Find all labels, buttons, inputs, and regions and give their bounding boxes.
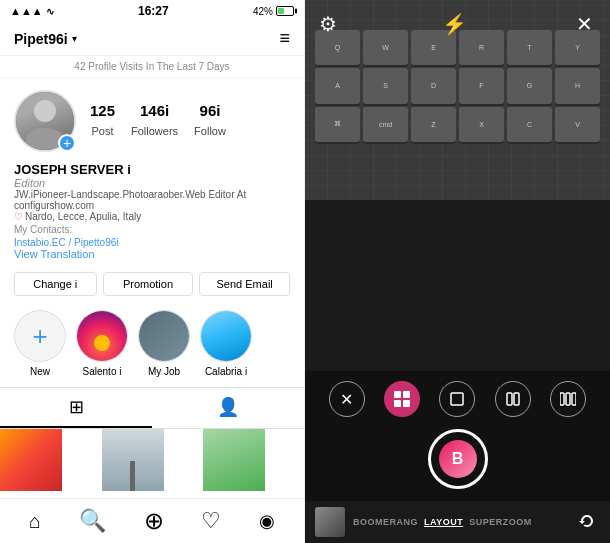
key-cap: D bbox=[411, 68, 456, 103]
avatar-wrapper[interactable]: + bbox=[14, 90, 76, 152]
tab-tagged[interactable]: 👤 bbox=[152, 388, 304, 428]
split-layout-button[interactable] bbox=[495, 381, 531, 417]
following-stat[interactable]: 96i Follow bbox=[194, 102, 226, 139]
nav-search-icon[interactable]: 🔍 bbox=[79, 508, 106, 534]
bio-description: JW.iPioneer-Landscape.Photoaraober.Web E… bbox=[14, 189, 290, 211]
battery-icon bbox=[276, 6, 294, 16]
story-circle-myjob bbox=[138, 310, 190, 362]
svg-rect-4 bbox=[451, 393, 463, 405]
key-cap: ⌘ bbox=[315, 107, 360, 142]
settings-icon[interactable]: ⚙ bbox=[319, 12, 337, 36]
location-pin-icon: ♡ bbox=[14, 211, 23, 222]
photo-image-2 bbox=[102, 429, 164, 491]
profile-bio: JOSEPH SERVER i Editon JW.iPioneer-Lands… bbox=[0, 160, 304, 266]
hamburger-menu-icon[interactable]: ≡ bbox=[279, 28, 290, 49]
camera-top-bar: ⚙ ⚡ ✕ bbox=[305, 0, 610, 48]
shutter-button[interactable] bbox=[428, 429, 488, 489]
story-item-myjob[interactable]: My Job bbox=[138, 310, 190, 377]
story-item-new[interactable]: + New bbox=[14, 310, 66, 377]
story-circle-new: + bbox=[14, 310, 66, 362]
key-cap: X bbox=[459, 107, 504, 142]
split-frame-icon bbox=[506, 392, 520, 406]
svg-rect-7 bbox=[560, 393, 564, 405]
key-cap: cmd bbox=[363, 107, 408, 142]
key-cap: F bbox=[459, 68, 504, 103]
clock: 16:27 bbox=[138, 4, 169, 18]
carrier-signal: ▲▲▲ ∿ bbox=[10, 5, 54, 17]
story-image-myjob bbox=[139, 311, 189, 361]
svg-rect-1 bbox=[403, 391, 410, 398]
nav-add-icon[interactable]: ⊕ bbox=[144, 507, 164, 535]
stories-row: + New Salento i My Job Calabria i bbox=[0, 302, 304, 385]
change-button[interactable]: Change i bbox=[14, 272, 97, 296]
flip-camera-icon bbox=[577, 512, 597, 532]
story-circle-calabria bbox=[200, 310, 252, 362]
view-translation-link[interactable]: View Translation bbox=[14, 248, 290, 260]
promotion-button[interactable]: Promotion bbox=[103, 272, 194, 296]
wifi-icon: ∿ bbox=[46, 6, 54, 17]
bottom-nav: ⌂ 🔍 ⊕ ♡ ◉ bbox=[0, 498, 304, 543]
cancel-mode-button[interactable]: ✕ bbox=[329, 381, 365, 417]
photo-cell-3[interactable] bbox=[203, 429, 265, 491]
key-cap: A bbox=[315, 68, 360, 103]
svg-rect-6 bbox=[514, 393, 519, 405]
followers-count: 146i bbox=[131, 102, 178, 120]
following-label: Follow bbox=[194, 125, 226, 137]
action-buttons-row: Change i Promotion Send Email bbox=[0, 266, 304, 302]
story-label-myjob: My Job bbox=[148, 366, 180, 377]
flip-camera-button[interactable] bbox=[574, 509, 600, 535]
single-layout-button[interactable] bbox=[439, 381, 475, 417]
mode-label-layout[interactable]: LAYOUT bbox=[424, 517, 463, 527]
followers-label: Followers bbox=[131, 125, 178, 137]
camera-panel: ⚙ ⚡ ✕ Q W E R T Y A S D F G H ⌘ cmd Z X … bbox=[305, 0, 610, 543]
bio-location: ♡ Nardo, Lecce, Apulia, Italy bbox=[14, 211, 290, 222]
profile-info-area: + 125 Post 146i Followers 96i Follow bbox=[0, 78, 304, 160]
layout-mode-button[interactable] bbox=[384, 381, 420, 417]
camera-viewfinder-dark bbox=[305, 200, 610, 371]
grid-icon: ⊞ bbox=[69, 396, 84, 418]
instagram-profile-panel: ▲▲▲ ∿ 16:27 42% Pipet96i ▾ ≡ 42 Profile … bbox=[0, 0, 305, 543]
svg-rect-0 bbox=[394, 391, 401, 398]
send-email-button[interactable]: Send Email bbox=[199, 272, 290, 296]
triple-frame-icon bbox=[560, 392, 576, 406]
camera-controls: ✕ bbox=[305, 371, 610, 501]
profile-visits-notice: 42 Profile Visits In The Last 7 Days bbox=[0, 56, 304, 78]
camera-mode-row: ✕ bbox=[319, 381, 596, 417]
display-name: JOSEPH SERVER i bbox=[14, 162, 290, 177]
mode-label-superzoom[interactable]: SUPERZOOM bbox=[469, 517, 532, 527]
keyboard-keys: Q W E R T Y A S D F G H ⌘ cmd Z X C V bbox=[315, 30, 600, 180]
photo-cell-1[interactable] bbox=[0, 429, 62, 491]
story-item-calabria[interactable]: Calabria i bbox=[200, 310, 252, 377]
username-area[interactable]: Pipet96i ▾ bbox=[14, 31, 77, 47]
close-icon[interactable]: ✕ bbox=[572, 12, 596, 36]
followers-stat[interactable]: 146i Followers bbox=[131, 102, 178, 139]
profile-tabs: ⊞ 👤 bbox=[0, 387, 304, 429]
mode-label-boomerang[interactable]: BOOMERANG bbox=[353, 517, 418, 527]
photo-image-3 bbox=[203, 429, 265, 491]
bio-title: Editon bbox=[14, 177, 290, 189]
bio-contact-links[interactable]: Instabio.EC / Pipetto96i bbox=[14, 237, 290, 248]
profile-stats: 125 Post 146i Followers 96i Follow bbox=[90, 102, 226, 139]
flash-icon[interactable]: ⚡ bbox=[442, 12, 467, 36]
photo-cell-2[interactable] bbox=[102, 429, 164, 491]
layout-logo bbox=[439, 440, 477, 478]
tab-grid[interactable]: ⊞ bbox=[0, 388, 152, 428]
story-item-salento[interactable]: Salento i bbox=[76, 310, 128, 377]
nav-home-icon[interactable]: ⌂ bbox=[29, 510, 41, 533]
nav-profile-icon[interactable]: ◉ bbox=[259, 510, 275, 532]
nav-activity-icon[interactable]: ♡ bbox=[201, 508, 221, 534]
chevron-down-icon: ▾ bbox=[72, 33, 77, 44]
triple-layout-button[interactable] bbox=[550, 381, 586, 417]
key-cap: G bbox=[507, 68, 552, 103]
battery-area: 42% bbox=[253, 6, 294, 17]
location-text: Nardo, Lecce, Apulia, Italy bbox=[25, 211, 141, 222]
camera-bottom-bar: BOOMERANG LAYOUT SUPERZOOM bbox=[305, 501, 610, 543]
story-label-calabria: Calabria i bbox=[205, 366, 247, 377]
key-cap: S bbox=[363, 68, 408, 103]
last-photo-thumbnail[interactable] bbox=[315, 507, 345, 537]
key-cap: Z bbox=[411, 107, 456, 142]
key-cap: H bbox=[555, 68, 600, 103]
svg-rect-5 bbox=[507, 393, 512, 405]
add-photo-button[interactable]: + bbox=[58, 134, 76, 152]
posts-count: 125 bbox=[90, 102, 115, 120]
